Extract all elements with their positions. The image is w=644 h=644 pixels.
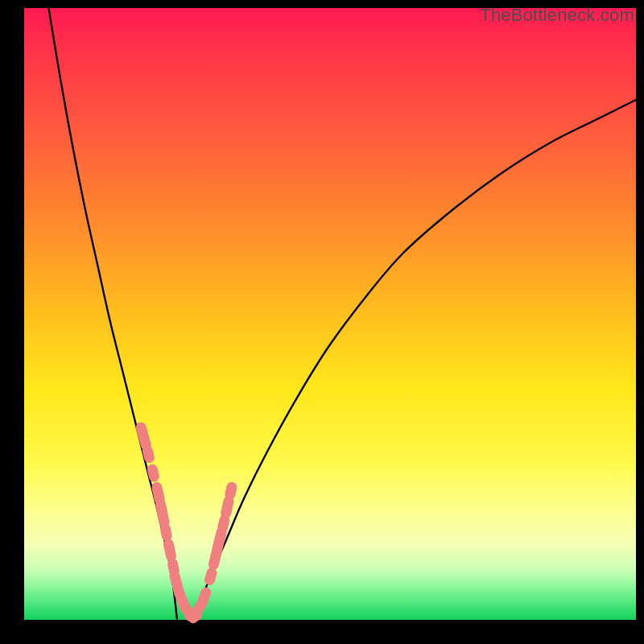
highlight-marker <box>155 498 171 529</box>
curve-left-branch <box>48 8 177 620</box>
curve-right-branch <box>196 100 636 620</box>
chart-frame: TheBottleneck.com <box>0 0 644 644</box>
highlight-marker <box>146 463 160 482</box>
highlight-marker <box>163 538 177 562</box>
chart-svg <box>24 8 636 620</box>
highlight-marker <box>159 522 173 542</box>
highlight-marker <box>204 567 218 587</box>
plot-area <box>24 8 636 620</box>
watermark-text: TheBottleneck.com <box>480 5 634 26</box>
highlight-markers <box>134 421 237 625</box>
